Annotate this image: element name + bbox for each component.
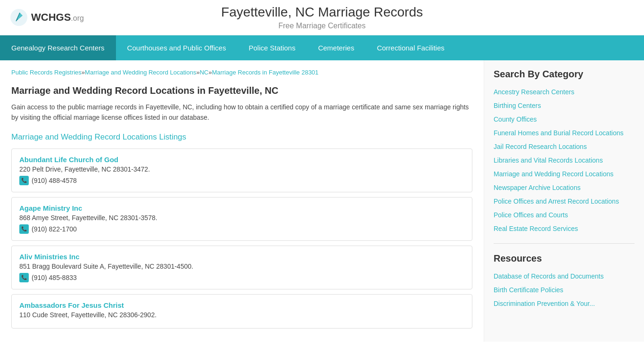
listing-name-0[interactable]: Abundant Life Church of God bbox=[19, 156, 464, 164]
site-subtitle: Free Marriage Certificates bbox=[221, 22, 423, 30]
listing-address-0: 220 Pelt Drive, Fayetteville, NC 28301-3… bbox=[19, 165, 464, 173]
nav-item-2[interactable]: Police Stations bbox=[237, 35, 306, 60]
breadcrumb-item-0[interactable]: Public Records Registries bbox=[11, 69, 82, 76]
sidebar: Search By Category Ancestry Research Cen… bbox=[484, 60, 644, 342]
logo-text: WCHGS.org bbox=[31, 11, 84, 24]
listing-name-3[interactable]: Ambassadors For Jesus Christ bbox=[19, 301, 464, 309]
phone-icon-0: 📞 bbox=[19, 176, 29, 185]
page-description: Gain access to the public marriage recor… bbox=[11, 102, 472, 123]
listing-card-1: Agape Ministry Inc868 Amye Street, Fayet… bbox=[11, 197, 472, 241]
page-heading: Marriage and Wedding Record Locations in… bbox=[11, 85, 472, 96]
nav-item-0[interactable]: Genealogy Research Centers bbox=[0, 35, 116, 60]
breadcrumb-item-3[interactable]: Marriage Records in Fayetteville 28301 bbox=[212, 69, 318, 76]
header-titles: Fayetteville, NC Marriage Records Free M… bbox=[221, 5, 423, 30]
content-area: Public Records Registries»Marriage and W… bbox=[0, 60, 484, 342]
listing-card-3: Ambassadors For Jesus Christ110 Cude Str… bbox=[11, 294, 472, 329]
listing-phone-number-0[interactable]: (910) 488-4578 bbox=[32, 177, 77, 184]
category-link-8[interactable]: Police Offices and Arrest Record Locatio… bbox=[494, 197, 635, 206]
category-links-container: Ancestry Research CentersBirthing Center… bbox=[494, 87, 635, 234]
nav-item-4[interactable]: Correctional Facilities bbox=[365, 35, 455, 60]
category-link-9[interactable]: Police Offices and Courts bbox=[494, 210, 635, 220]
listing-card-2: Aliv Ministries Inc851 Bragg Boulevard S… bbox=[11, 246, 472, 289]
category-section-title: Search By Category bbox=[494, 69, 635, 80]
listing-name-1[interactable]: Agape Ministry Inc bbox=[19, 204, 464, 212]
resources-links-container: Database of Records and DocumentsBirth C… bbox=[494, 272, 635, 309]
breadcrumb-item-1[interactable]: Marriage and Wedding Record Locations bbox=[85, 69, 196, 76]
nav-item-1[interactable]: Courthouses and Public Offices bbox=[116, 35, 238, 60]
category-link-3[interactable]: Funeral Homes and Burial Record Location… bbox=[494, 128, 635, 138]
logo-area[interactable]: WCHGS.org bbox=[9, 8, 84, 27]
site-title: Fayetteville, NC Marriage Records bbox=[221, 5, 423, 20]
listing-card-0: Abundant Life Church of God220 Pelt Driv… bbox=[11, 148, 472, 192]
category-link-5[interactable]: Libraries and Vital Records Locations bbox=[494, 156, 635, 165]
resources-section-title: Resources bbox=[494, 253, 635, 264]
category-link-1[interactable]: Birthing Centers bbox=[494, 101, 635, 111]
category-link-6[interactable]: Marriage and Wedding Record Locations bbox=[494, 169, 635, 179]
listing-name-2[interactable]: Aliv Ministries Inc bbox=[19, 253, 464, 261]
listing-address-2: 851 Bragg Boulevard Suite A, Fayettevill… bbox=[19, 263, 464, 270]
category-link-7[interactable]: Newspaper Archive Locations bbox=[494, 183, 635, 193]
breadcrumb: Public Records Registries»Marriage and W… bbox=[11, 69, 472, 76]
navbar: Genealogy Research CentersCourthouses an… bbox=[0, 35, 644, 60]
resource-link-0[interactable]: Database of Records and Documents bbox=[494, 272, 635, 281]
main-layout: Public Records Registries»Marriage and W… bbox=[0, 60, 644, 342]
listing-phone-row-1: 📞(910) 822-1700 bbox=[19, 224, 464, 234]
listing-address-3: 110 Cude Street, Fayetteville, NC 28306-… bbox=[19, 311, 464, 319]
category-link-0[interactable]: Ancestry Research Centers bbox=[494, 87, 635, 97]
resource-link-1[interactable]: Birth Certificate Policies bbox=[494, 285, 635, 295]
logo-icon bbox=[9, 8, 28, 27]
listing-phone-row-2: 📞(910) 485-8833 bbox=[19, 273, 464, 282]
listing-phone-row-0: 📞(910) 488-4578 bbox=[19, 176, 464, 185]
listing-phone-number-2[interactable]: (910) 485-8833 bbox=[32, 274, 77, 281]
listings-container: Abundant Life Church of God220 Pelt Driv… bbox=[11, 148, 472, 329]
breadcrumb-separator: » bbox=[82, 69, 85, 76]
category-link-2[interactable]: County Offices bbox=[494, 115, 635, 124]
nav-item-3[interactable]: Cemeteries bbox=[307, 35, 366, 60]
category-link-4[interactable]: Jail Record Research Locations bbox=[494, 142, 635, 152]
breadcrumb-item-2[interactable]: NC bbox=[199, 69, 208, 76]
phone-icon-1: 📞 bbox=[19, 224, 29, 234]
phone-icon-2: 📞 bbox=[19, 273, 29, 282]
category-link-10[interactable]: Real Estate Record Services bbox=[494, 224, 635, 234]
sidebar-divider bbox=[494, 243, 635, 244]
listings-heading: Marriage and Wedding Record Locations Li… bbox=[11, 132, 472, 142]
listing-phone-number-1[interactable]: (910) 822-1700 bbox=[32, 225, 77, 233]
resource-link-2[interactable]: Discrimination Prevention & Your... bbox=[494, 299, 635, 309]
listing-address-1: 868 Amye Street, Fayetteville, NC 28301-… bbox=[19, 214, 464, 222]
header: WCHGS.org Fayetteville, NC Marriage Reco… bbox=[0, 0, 644, 35]
